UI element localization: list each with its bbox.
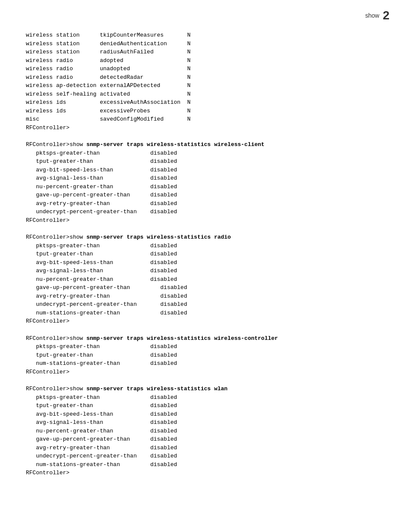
page-number: 2 <box>383 9 389 22</box>
section3-content: RFController>show snmp-server traps wire… <box>26 334 394 376</box>
show-label: show <box>365 12 380 19</box>
section4-content: RFController>show snmp-server traps wire… <box>26 385 394 477</box>
initial-table: wireless station tkipCounterMeasures N w… <box>26 31 394 132</box>
initial-table-section: wireless station tkipCounterMeasures N w… <box>26 31 394 132</box>
section-wireless-radio: RFController>show snmp-server traps wire… <box>26 233 394 326</box>
page-header: show 2 <box>17 9 394 22</box>
section2-content: RFController>show snmp-server traps wire… <box>26 233 394 326</box>
section-wireless-client: RFController>show snmp-server traps wire… <box>26 140 394 224</box>
section-wireless-controller: RFController>show snmp-server traps wire… <box>26 334 394 376</box>
section-wireless-wlan: RFController>show snmp-server traps wire… <box>26 385 394 477</box>
section1-content: RFController>show snmp-server traps wire… <box>26 140 394 224</box>
main-content: wireless station tkipCounterMeasures N w… <box>17 31 394 477</box>
